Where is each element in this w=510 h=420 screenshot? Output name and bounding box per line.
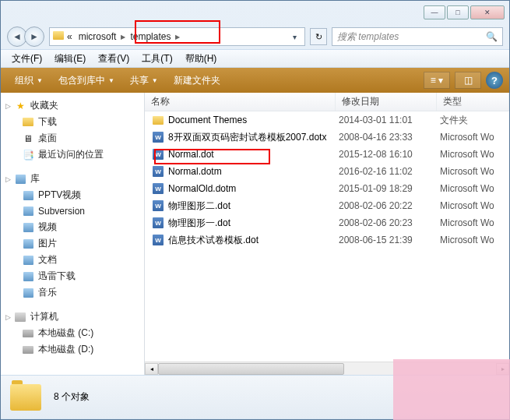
file-row[interactable]: W物理图形二.dot2008-02-06 20:22Microsoft Wo [145, 197, 509, 214]
file-row[interactable]: W信息技术试卷模板.dot2008-06-15 21:39Microsoft W… [145, 231, 509, 249]
search-icon[interactable]: 🔍 [486, 31, 498, 42]
file-row[interactable]: Document Themes2014-03-01 11:01文件夹 [145, 111, 509, 129]
sidebar-item[interactable]: Subversion [1, 203, 144, 219]
folder-icon [153, 116, 164, 125]
file-row[interactable]: W物理图形一.dot2008-02-06 20:23Microsoft Wo [145, 214, 509, 231]
col-name[interactable]: 名称 [145, 93, 336, 111]
music-icon [23, 288, 33, 298]
word-icon: W [153, 235, 164, 245]
menu-file[interactable]: 文件(F) [5, 52, 48, 65]
sidebar-libraries[interactable]: ▷库 [1, 171, 144, 187]
search-placeholder: 搜索 templates [337, 30, 399, 44]
col-type[interactable]: 类型 [437, 93, 509, 111]
menu-edit[interactable]: 编辑(E) [48, 52, 92, 65]
sidebar-item-downloads[interactable]: 下载 [1, 114, 144, 130]
file-date: 2016-02-16 11:02 [339, 166, 440, 177]
file-name: Normal.dotm [168, 166, 339, 177]
help-button[interactable]: ? [486, 72, 503, 89]
scroll-thumb[interactable] [158, 363, 344, 375]
newfolder-button[interactable]: 新建文件夹 [166, 74, 228, 87]
file-type: Microsoft Wo [440, 235, 509, 245]
file-date: 2015-12-08 16:10 [339, 149, 440, 160]
documents-icon [23, 256, 33, 265]
status-count: 8 个对象 [54, 390, 90, 404]
svn-icon [23, 206, 33, 216]
share-menu[interactable]: 共享▼ [122, 74, 166, 87]
preview-pane-button[interactable]: ◫ [455, 72, 481, 89]
sidebar-item-recent[interactable]: 📑最近访问的位置 [1, 146, 144, 163]
file-type: Microsoft Wo [440, 149, 509, 160]
sidebar-item[interactable]: 文档 [1, 252, 144, 268]
sidebar-item[interactable]: 视频 [1, 219, 144, 235]
file-row[interactable]: W8开双面双页码密封试卷模板2007.dotx2008-04-16 23:33M… [145, 129, 509, 146]
file-type: Microsoft Wo [440, 217, 509, 228]
file-date: 2014-03-01 11:01 [339, 115, 440, 125]
word-icon: W [153, 200, 164, 211]
file-name: Document Themes [168, 115, 339, 125]
desktop-icon: 🖥 [21, 132, 35, 145]
close-button[interactable]: ✕ [470, 5, 505, 19]
include-menu[interactable]: 包含到库中▼ [51, 74, 122, 87]
file-list: Document Themes2014-03-01 11:01文件夹W8开双面双… [145, 111, 509, 362]
menu-view[interactable]: 查看(V) [92, 52, 135, 65]
file-name: 物理图形一.dot [168, 217, 339, 230]
minimize-button[interactable]: — [424, 5, 445, 19]
menu-help[interactable]: 帮助(H) [179, 52, 223, 65]
file-row[interactable]: WNormal.dotm2016-02-16 11:02Microsoft Wo [145, 163, 509, 180]
sidebar-item-drive[interactable]: 本地磁盘 (D:) [1, 341, 144, 358]
scroll-left-icon[interactable]: ◂ [145, 363, 158, 375]
file-date: 2008-04-16 23:33 [339, 132, 440, 143]
file-type: Microsoft Wo [440, 183, 509, 194]
file-name: 物理图形二.dot [168, 199, 339, 213]
organize-menu[interactable]: 组织▼ [7, 74, 51, 87]
file-date: 2008-02-06 20:22 [339, 200, 440, 211]
word-icon: W [153, 166, 164, 177]
refresh-button[interactable]: ↻ [310, 28, 327, 45]
menu-bar: 文件(F) 编辑(E) 查看(V) 工具(T) 帮助(H) [1, 49, 509, 68]
file-name: 信息技术试卷模板.dot [168, 234, 339, 247]
folder-icon [53, 31, 64, 40]
word-icon: W [153, 149, 164, 160]
sidebar-item-drive[interactable]: 本地磁盘 (C:) [1, 325, 144, 341]
overlay [393, 359, 510, 420]
file-type: Microsoft Wo [440, 132, 509, 143]
sidebar-computer[interactable]: ▷计算机 [1, 309, 144, 325]
sidebar-item-desktop[interactable]: 🖥桌面 [1, 130, 144, 146]
file-row[interactable]: WNormalOld.dotm2015-01-09 18:29Microsoft… [145, 180, 509, 197]
chevron-right-icon[interactable]: ▶ [119, 34, 127, 41]
sidebar-favorites[interactable]: ▷★收藏夹 [1, 97, 144, 114]
folder-icon [23, 118, 33, 126]
sidebar-item[interactable]: 音乐 [1, 284, 144, 301]
breadcrumb-seg[interactable]: « [64, 31, 76, 42]
breadcrumb-seg[interactable]: microsoft [76, 31, 120, 42]
drive-icon [23, 330, 33, 337]
word-icon: W [153, 217, 164, 228]
nav-sidebar: ▷★收藏夹 下载 🖥桌面 📑最近访问的位置 ▷库 PPTV视频 Subversi… [1, 93, 145, 375]
word-icon: W [153, 183, 164, 194]
address-dropdown[interactable]: ▾ [288, 33, 301, 41]
maximize-button[interactable]: □ [447, 5, 469, 19]
sidebar-item[interactable]: PPTV视频 [1, 187, 144, 203]
library-icon [16, 175, 26, 184]
chevron-right-icon[interactable]: ▶ [174, 34, 181, 41]
file-name: NormalOld.dotm [168, 183, 339, 194]
star-icon: ★ [13, 100, 27, 112]
sidebar-item[interactable]: 迅雷下载 [1, 268, 144, 284]
file-name: 8开双面双页码密封试卷模板2007.dotx [168, 131, 339, 144]
sidebar-item[interactable]: 图片 [1, 235, 144, 252]
pictures-icon [23, 239, 33, 249]
video-icon [23, 191, 33, 200]
view-options-button[interactable]: ≡ ▾ [424, 72, 450, 89]
menu-tools[interactable]: 工具(T) [135, 52, 178, 65]
forward-button[interactable]: ► [24, 26, 44, 47]
computer-icon [15, 312, 26, 322]
folder-icon [10, 384, 41, 411]
word-icon: W [153, 132, 164, 143]
search-input[interactable]: 搜索 templates 🔍 [332, 27, 503, 46]
address-bar[interactable]: « microsoft ▶ templates ▶ ▾ [49, 27, 305, 46]
file-row[interactable]: WNormal.dot2015-12-08 16:10Microsoft Wo [145, 146, 509, 163]
toolbar: 组织▼ 包含到库中▼ 共享▼ 新建文件夹 ≡ ▾ ◫ ? [1, 68, 509, 93]
col-date[interactable]: 修改日期 [336, 93, 437, 111]
breadcrumb-seg[interactable]: templates [127, 31, 174, 42]
file-type: Microsoft Wo [440, 200, 509, 211]
